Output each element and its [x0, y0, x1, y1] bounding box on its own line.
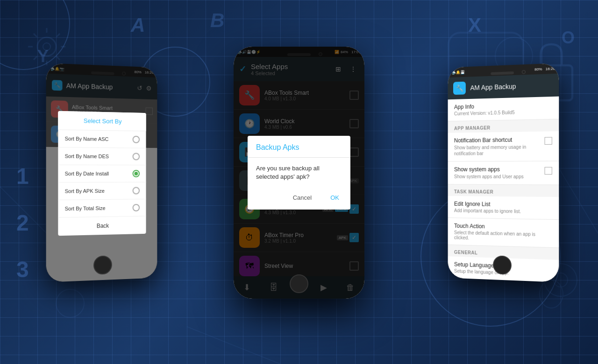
sort-option-name-des[interactable]: Sort By Name DES: [58, 147, 146, 165]
settings-item-showsystem[interactable]: Show system apps Show system apps and Us…: [448, 161, 559, 185]
sort-dialog[interactable]: Select Sort By Sort By Name ASC Sort By …: [58, 111, 146, 236]
sort-option-name-asc-label: Sort By Name ASC: [65, 136, 109, 142]
showsystem-desc: Show system apps and User apps: [454, 174, 541, 180]
sort-radio-des[interactable]: [133, 153, 140, 160]
notifbar-desc: Show battery and memory usage in notific…: [454, 144, 541, 157]
left-phone-screen: 📡🔔📷 80% 16:20 🔧 AM App Backup ↺ ⚙ 🔧: [46, 63, 157, 282]
sort-option-name-asc[interactable]: Sort By Name ASC: [58, 130, 146, 148]
sort-radio-date-inner: [135, 172, 138, 175]
sort-option-date[interactable]: Sort By Date Install: [58, 165, 146, 183]
right-app-icon: 🔧: [453, 82, 466, 95]
backup-dialog-overlay: Backup Apks Are you sure backup all sele…: [234, 47, 364, 299]
backup-dialog-body: Are you sure backup all selected apps' a…: [248, 158, 350, 188]
showsystem-checkbox[interactable]: [545, 167, 552, 175]
phone-center: 📡🔊💾🕐⚡ 📶 84% 17:07 ✓ Select Apps 4 Select…: [234, 47, 364, 299]
backup-dialog-title: Backup Apks: [248, 136, 350, 158]
appinfo-desc: Current Version: v1.0.5 Build5: [454, 109, 552, 116]
settings-item-appinfo[interactable]: App Info Current Version: v1.0.5 Build5: [448, 97, 559, 122]
sort-radio-date[interactable]: [133, 170, 140, 177]
settings-item-notifbar[interactable]: Notification Bar shortcut Show battery a…: [448, 131, 559, 161]
showsystem-info: Show system apps Show system apps and Us…: [454, 166, 541, 180]
right-settings-header: 🔧 AM App Backup: [448, 74, 559, 100]
sort-radio-asc[interactable]: [133, 136, 140, 143]
settings-item-touchaction[interactable]: Touch Action Select the default action w…: [448, 218, 559, 248]
settings-item-ignorelist[interactable]: Edit Ignore List Add important apps to i…: [448, 196, 559, 220]
backup-cancel-button[interactable]: Cancel: [287, 191, 317, 204]
ignorelist-title: Edit Ignore List: [454, 201, 552, 209]
center-phone-screen: 📡🔊💾🕐⚡ 📶 84% 17:07 ✓ Select Apps 4 Select…: [234, 47, 364, 299]
showsystem-title: Show system apps: [454, 166, 541, 173]
sort-option-total-label: Sort By Total Size: [65, 205, 106, 211]
right-time: 16:20: [546, 66, 555, 71]
notifbar-checkbox[interactable]: [545, 137, 552, 145]
right-status-icons: 📡🔔💾: [451, 70, 465, 75]
backup-dialog[interactable]: Backup Apks Are you sure backup all sele…: [248, 136, 350, 210]
touchaction-desc: Select the default action when an app is…: [454, 230, 552, 243]
right-settings-title: AM App Backup: [470, 83, 516, 91]
sort-dialog-title: Select Sort By: [58, 111, 146, 132]
right-battery: 80%: [534, 67, 542, 71]
phone-left: 📡🔔📷 80% 16:20 🔧 AM App Backup ↺ ⚙ 🔧: [46, 63, 157, 282]
right-status-right: 80% 16:20: [534, 66, 555, 71]
phones-container: 📡🔔📷 80% 16:20 🔧 AM App Backup ↺ ⚙ 🔧: [0, 0, 598, 364]
sort-dialog-overlay: Select Sort By Sort By Name ASC Sort By …: [46, 63, 157, 282]
settings-scroll: App Info Current Version: v1.0.5 Build5 …: [448, 97, 559, 282]
backup-dialog-actions: Cancel OK: [248, 188, 350, 210]
ignorelist-desc: Add important apps to ignore list.: [454, 208, 552, 215]
section-app-manager: APP MANAGER: [448, 119, 559, 133]
phone-right: 📡🔔💾 80% 16:20 🔧 AM App Backup App Info C…: [448, 63, 559, 282]
section-task-manager: TASK MANAGER: [448, 184, 559, 197]
sort-radio-apk[interactable]: [133, 187, 140, 195]
center-phone-home-button[interactable]: [290, 274, 308, 293]
sort-option-total[interactable]: Sort By Total Size: [58, 199, 146, 218]
notifbar-info: Notification Bar shortcut Show battery a…: [454, 136, 541, 157]
right-phone-home-button[interactable]: [493, 255, 512, 274]
sort-option-apk[interactable]: Sort By APK Size: [58, 182, 146, 200]
backup-ok-button[interactable]: OK: [325, 191, 345, 204]
sort-back-button[interactable]: Back: [58, 216, 146, 236]
sort-option-name-des-label: Sort By Name DES: [65, 153, 109, 159]
sort-option-apk-label: Sort By APK Size: [65, 188, 105, 194]
notifbar-title: Notification Bar shortcut: [454, 136, 541, 144]
right-phone-screen: 📡🔔💾 80% 16:20 🔧 AM App Backup App Info C…: [448, 63, 559, 282]
sort-option-date-label: Sort By Date Install: [65, 171, 109, 176]
right-status-icons-text: 📡🔔💾: [451, 70, 465, 75]
sort-radio-total[interactable]: [133, 204, 140, 211]
